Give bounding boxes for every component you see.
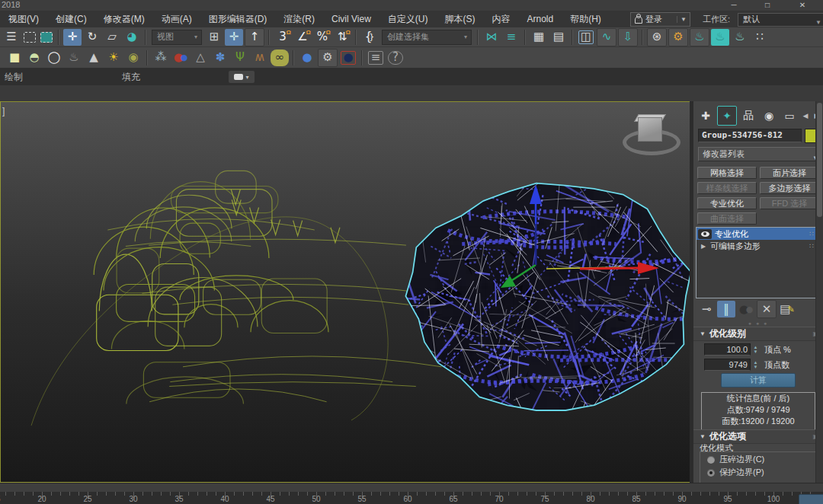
ribbon-toggle-icon[interactable]: ◫	[578, 30, 594, 44]
show-end-result-icon[interactable]: ‖	[717, 301, 735, 317]
help-icon[interactable]: ?	[388, 51, 403, 65]
rendered-frame-dark-icon[interactable]: ●	[341, 51, 356, 65]
menu-item-9[interactable]: 脚本(S)	[436, 11, 483, 27]
scene-explorer-icon[interactable]: ▦	[530, 29, 548, 46]
scatter-icon[interactable]: ✽	[211, 49, 229, 66]
radio-压碎边界(C)[interactable]: 压碎边界(C)	[707, 454, 764, 465]
menu-item-3[interactable]: 修改器(M)	[95, 11, 153, 27]
menu-item-1[interactable]: 视图(V)	[0, 11, 47, 27]
light-icon[interactable]: ☀	[104, 49, 123, 66]
select-and-rotate-icon[interactable]: ↻	[83, 29, 101, 46]
motion-tab[interactable]: ◉	[760, 107, 778, 125]
select-and-move-icon[interactable]: ✛	[63, 29, 82, 46]
snap-toggle-3d-icon[interactable]: 3Ω	[274, 29, 292, 46]
mirror-icon[interactable]: ⋈	[482, 29, 501, 46]
sphere-primitive-icon[interactable]: ◓	[25, 49, 43, 66]
render-preset-icon[interactable]: ⚙	[318, 49, 338, 67]
modifier-button-面片选择[interactable]: 面片选择	[760, 167, 819, 179]
maximize-button[interactable]: □	[754, 0, 780, 10]
panel-scrollbar[interactable]	[815, 101, 823, 483]
modify-tab[interactable]: ✦	[717, 106, 737, 126]
view-cube[interactable]	[620, 113, 682, 157]
menu-item-8[interactable]: 自定义(U)	[379, 11, 437, 27]
infinity-sphere-icon[interactable]: ∞	[271, 49, 289, 66]
workspace-dropdown[interactable]: 默认 ▼	[738, 13, 823, 27]
named-selection-sets-icon[interactable]: {}	[360, 29, 379, 46]
modifier-button-网格选择[interactable]: 网格选择	[697, 167, 757, 179]
schematic-view-icon[interactable]: ⇩	[618, 28, 638, 46]
use-selection-center-icon[interactable]: ✛	[225, 29, 243, 46]
rollout-optimization-level[interactable]: ▼ 优化级别 ▣	[693, 327, 823, 341]
drag-handle-icon[interactable]: ∷	[809, 242, 815, 250]
use-pivot-point-center-icon[interactable]: ⊞	[205, 29, 223, 46]
panel-tab-scroll-left[interactable]: ◀	[801, 107, 810, 125]
vertex-count-field[interactable]: 9749	[704, 359, 751, 371]
layer-explorer-icon[interactable]: ▤	[549, 29, 568, 46]
geosphere-icon[interactable]: ◉	[124, 49, 143, 66]
modifier-button-专业优化[interactable]: 专业优化	[697, 197, 757, 209]
calculate-button[interactable]: 计算	[721, 373, 796, 388]
material-sample-icon[interactable]: ●	[298, 49, 316, 66]
percent-snap-icon[interactable]: %Ω	[313, 29, 331, 46]
hierarchy-tab[interactable]: 品	[739, 107, 757, 125]
drag-handle-icon[interactable]: ∷	[809, 230, 815, 238]
use-transform-coordinate-center-icon[interactable]: ↑	[245, 28, 264, 46]
create-tab[interactable]: ✚	[697, 107, 715, 125]
ribbon-tab-2[interactable]: 填充	[122, 71, 140, 84]
box-primitive-icon[interactable]: ■	[5, 49, 24, 66]
modifier-button-多边形选择[interactable]: 多边形选择	[760, 182, 819, 194]
menu-item-4[interactable]: 动画(A)	[153, 11, 200, 27]
ribbon-tab-1[interactable]: 绘制	[5, 71, 23, 84]
minimize-button[interactable]: ─	[721, 0, 747, 10]
expand-arrow-icon[interactable]: ▶	[697, 243, 710, 250]
selection-set-dropdown[interactable]: 创建选择集▾	[382, 30, 472, 45]
camera-gizmo-icon[interactable]: △	[191, 49, 210, 66]
render-production-icon[interactable]: ♨	[711, 29, 729, 46]
cone-primitive-icon[interactable]: ▲	[85, 49, 103, 66]
rectangular-selection-region-icon[interactable]	[24, 32, 36, 43]
menu-item-12[interactable]: 帮助(H)	[562, 11, 610, 27]
visibility-eye-icon[interactable]	[698, 229, 712, 239]
stack-item-专业优化[interactable]: 专业优化∷	[697, 228, 817, 240]
angle-snap-icon[interactable]: ∠Ω	[293, 29, 312, 46]
torus-primitive-icon[interactable]: ◯	[45, 49, 63, 66]
menu-item-2[interactable]: 创建(C)	[47, 11, 95, 27]
vertex-percent-field[interactable]: 100.0	[704, 343, 751, 356]
ribbon-mini-button[interactable]: ▾	[229, 71, 255, 83]
material-editor-icon[interactable]: ⊛	[647, 28, 667, 46]
spinner-snap-icon[interactable]: ⇅Ω	[333, 29, 351, 46]
bones-icon[interactable]: ●●	[171, 49, 190, 66]
menu-item-11[interactable]: Arnold	[518, 11, 562, 27]
make-unique-icon[interactable]: ●●	[737, 301, 755, 317]
notes-document-icon[interactable]: ≡	[368, 51, 383, 65]
view-cube-body[interactable]	[638, 117, 662, 142]
reference-coordinate-dropdown[interactable]: 视图▾	[152, 30, 202, 45]
pin-stack-icon[interactable]: ⊸	[697, 301, 716, 317]
configure-modifier-sets-icon[interactable]: ▤✎	[778, 301, 796, 317]
radio-button-icon[interactable]	[707, 469, 715, 477]
select-by-name-icon[interactable]: ☰	[2, 29, 21, 46]
panel-scrollbar-thumb[interactable]	[817, 103, 822, 217]
foliage-icon[interactable]: Ψ	[231, 49, 249, 66]
spray-particles-icon[interactable]: ⁂	[152, 49, 170, 66]
render-setup-icon[interactable]: ⚙	[668, 28, 688, 46]
radio-button-icon[interactable]	[707, 456, 715, 464]
select-and-scale-icon[interactable]: ▱	[103, 29, 121, 46]
fox-creature-icon[interactable]: ʍ	[251, 49, 269, 66]
select-and-manipulate-icon[interactable]: ◕	[123, 29, 141, 46]
menu-item-7[interactable]: Civil View	[323, 11, 379, 27]
menu-item-6[interactable]: 渲染(R)	[275, 11, 323, 27]
close-button[interactable]: ✕	[789, 0, 815, 10]
modifier-list-dropdown[interactable]: 修改器列表 ▼	[698, 147, 822, 161]
radio-保护边界(P)[interactable]: 保护边界(P)	[707, 467, 764, 478]
timeline-corner-widget[interactable]	[799, 494, 823, 504]
remove-modifier-icon[interactable]: ✕	[757, 300, 777, 318]
display-tab[interactable]: ▭	[780, 107, 799, 125]
state-sets-icon[interactable]: ∷	[751, 29, 769, 46]
panel-resize-grip[interactable]: ● ● ●	[693, 321, 823, 326]
vertex-percent-spinner[interactable]: ▲▼	[751, 343, 760, 356]
teapot-primitive-icon[interactable]: ♨	[65, 49, 83, 66]
object-name-field[interactable]: Group-534756-812	[698, 129, 802, 142]
menu-item-10[interactable]: 内容	[483, 11, 518, 27]
vertex-count-spinner[interactable]: ▲▼	[751, 359, 760, 371]
